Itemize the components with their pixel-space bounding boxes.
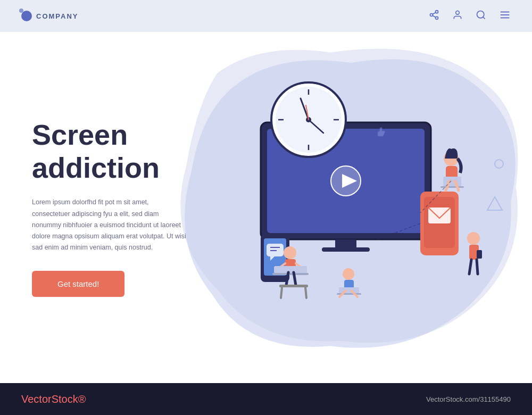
menu-icon[interactable] — [499, 9, 511, 23]
svg-point-67 — [495, 160, 503, 168]
share-icon[interactable] — [429, 10, 439, 23]
svg-rect-16 — [322, 247, 370, 252]
svg-point-2 — [436, 16, 438, 19]
footer-brand: VectorStock® — [21, 393, 86, 405]
svg-rect-47 — [272, 273, 309, 275]
navbar: COMPANY — [0, 0, 532, 32]
svg-rect-46 — [274, 266, 307, 273]
main-section: Screen addiction Lorem ipsum dolorfhd fi… — [0, 32, 532, 383]
svg-rect-39 — [440, 186, 464, 188]
page-title: Screen addiction — [32, 118, 192, 184]
logo-text: COMPANY — [36, 12, 78, 20]
svg-marker-66 — [487, 197, 502, 210]
svg-line-51 — [281, 287, 282, 298]
svg-rect-38 — [443, 177, 461, 187]
svg-rect-61 — [477, 250, 482, 259]
svg-line-63 — [477, 260, 478, 274]
svg-line-52 — [305, 287, 306, 298]
svg-point-0 — [436, 10, 438, 13]
svg-point-5 — [456, 11, 460, 14]
left-content: Screen addiction Lorem ipsum dolorfhd fi… — [0, 118, 192, 296]
footer-brand-name: VectorStock — [21, 393, 78, 405]
svg-point-42 — [284, 246, 296, 259]
footer-url: VectorStock.com/31155490 — [426, 395, 511, 403]
logo-dot-icon — [21, 11, 32, 21]
illustration — [192, 43, 521, 351]
search-icon[interactable] — [476, 10, 486, 23]
svg-rect-35 — [428, 208, 451, 223]
svg-line-62 — [469, 260, 471, 274]
user-icon[interactable] — [452, 10, 463, 23]
logo[interactable]: COMPANY — [21, 11, 78, 21]
footer-brand-symbol: ® — [78, 393, 86, 405]
svg-point-53 — [343, 268, 354, 280]
body-text: Lorem ipsum dolorfhd fit pot m sit amet,… — [32, 197, 186, 253]
svg-line-7 — [483, 16, 485, 19]
nav-icon-group — [429, 9, 511, 23]
get-started-button[interactable]: Get started! — [32, 271, 124, 297]
footer: VectorStock® VectorStock.com/31155490 — [0, 383, 532, 415]
svg-point-59 — [467, 232, 480, 245]
svg-rect-50 — [279, 285, 308, 287]
svg-line-4 — [433, 12, 436, 14]
svg-point-6 — [477, 11, 484, 18]
svg-point-1 — [430, 13, 433, 16]
svg-line-3 — [433, 15, 436, 17]
svg-rect-55 — [339, 287, 359, 294]
